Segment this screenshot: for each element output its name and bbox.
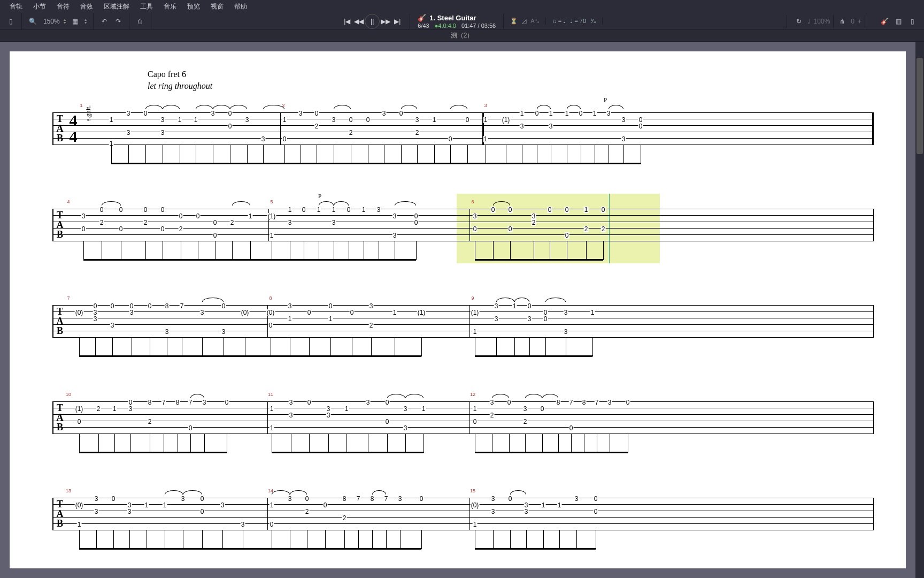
tab-note[interactable]: 0 bbox=[77, 419, 82, 425]
tab-note[interactable]: 3 bbox=[473, 213, 478, 219]
tab-note[interactable]: 0 bbox=[385, 399, 390, 406]
tab-note[interactable]: 1 bbox=[473, 406, 478, 412]
tab-note[interactable]: 2 bbox=[99, 219, 104, 226]
tab-note[interactable]: 8 bbox=[148, 399, 152, 406]
tab-note[interactable]: 0 bbox=[548, 207, 552, 213]
tab-note[interactable]: 8 bbox=[370, 496, 375, 502]
tab-note[interactable]: 3 bbox=[288, 219, 292, 226]
tab-note[interactable]: 0 bbox=[111, 496, 116, 502]
tab-note[interactable]: 1 bbox=[270, 425, 274, 431]
tab-note[interactable]: 0 bbox=[491, 207, 496, 213]
tab-note[interactable]: 2 bbox=[148, 419, 152, 425]
tab-note[interactable]: 0 bbox=[349, 117, 353, 123]
loop-button[interactable]: ↻ bbox=[794, 16, 804, 27]
tab-note[interactable]: 3 bbox=[494, 316, 499, 322]
tab-note[interactable]: 3 bbox=[523, 406, 528, 412]
menu-notes[interactable]: 音符 bbox=[51, 2, 75, 11]
tab-note[interactable]: 3 bbox=[491, 508, 496, 515]
tab-note[interactable]: 1 bbox=[473, 521, 478, 528]
menu-bars[interactable]: 小节 bbox=[28, 2, 51, 11]
tab-note[interactable]: 3 bbox=[200, 309, 205, 316]
tab-note[interactable]: 8 bbox=[556, 399, 561, 406]
tab-note[interactable]: 0 bbox=[148, 303, 152, 309]
tab-note[interactable]: 1 bbox=[557, 502, 562, 508]
tab-note[interactable]: 1 bbox=[317, 207, 321, 213]
tab-note[interactable]: 1 bbox=[590, 309, 595, 316]
tab-note[interactable]: 7 bbox=[569, 399, 574, 406]
tab-note[interactable]: 1 bbox=[344, 406, 349, 412]
tab-note[interactable]: 3 bbox=[220, 502, 225, 508]
tab-note[interactable]: (0) bbox=[75, 502, 84, 508]
track-info[interactable]: 🎸 1. Steel Guitar 6/43 ●4.0:4.0 01:47 / … bbox=[410, 14, 504, 29]
tab-note[interactable]: 0 bbox=[507, 399, 512, 406]
tab-note[interactable]: 1 bbox=[270, 502, 274, 508]
tab-note[interactable]: 0 bbox=[307, 399, 312, 406]
scrollbar-thumb[interactable] bbox=[917, 58, 923, 154]
tab-note[interactable]: 2 bbox=[143, 219, 148, 226]
tab-note[interactable]: 3 bbox=[288, 303, 292, 309]
tab-note[interactable]: 0 bbox=[399, 110, 404, 117]
tab-note[interactable]: 1 bbox=[549, 110, 553, 117]
tab-note[interactable]: 0 bbox=[543, 316, 548, 322]
tab-note[interactable]: 3 bbox=[491, 496, 496, 502]
tab-note[interactable]: 1 bbox=[432, 117, 437, 123]
tab-note[interactable]: 0 bbox=[419, 496, 424, 502]
menu-preview[interactable]: 预览 bbox=[182, 2, 205, 11]
tab-note[interactable]: 1 bbox=[77, 521, 82, 528]
tab-note[interactable]: 1 bbox=[282, 117, 287, 123]
go-end-button[interactable]: ▶| bbox=[391, 16, 403, 27]
tab-note[interactable]: 3 bbox=[369, 303, 374, 309]
tab-note[interactable]: 0 bbox=[473, 419, 478, 425]
tab-note[interactable]: 0 bbox=[638, 123, 643, 130]
tab-note[interactable]: 0 bbox=[314, 110, 319, 117]
tab-note[interactable]: 1 bbox=[520, 110, 525, 117]
redo-button[interactable]: ↷ bbox=[113, 16, 124, 27]
tab-note[interactable]: 8 bbox=[582, 399, 587, 406]
tab-note[interactable]: 0 bbox=[465, 117, 470, 123]
tab-note[interactable]: 1 bbox=[512, 303, 517, 309]
tab-note[interactable]: 3 bbox=[403, 425, 408, 431]
tab-note[interactable]: 3 bbox=[211, 110, 215, 117]
tab-note[interactable]: 1 bbox=[112, 406, 117, 412]
tab-note[interactable]: 0 bbox=[200, 496, 205, 502]
staff-row[interactable]: TAB44123P1133033113003310302302030321001… bbox=[52, 112, 874, 144]
menu-tracks[interactable]: 音轨 bbox=[4, 2, 28, 11]
tab-note[interactable]: 7 bbox=[384, 496, 389, 502]
tab-note[interactable]: 0 bbox=[81, 226, 86, 232]
tab-note[interactable]: 1 bbox=[248, 213, 253, 219]
tab-note[interactable]: 0 bbox=[160, 207, 165, 213]
tab-note[interactable]: 0 bbox=[305, 496, 310, 502]
tab-note[interactable]: 3 bbox=[160, 117, 165, 123]
staff-row[interactable]: TAB131415(0)13303311300331030208278730(0… bbox=[52, 498, 874, 530]
tab-note[interactable]: (1) bbox=[471, 309, 480, 316]
tab-note[interactable]: 0 bbox=[601, 207, 606, 213]
tab-note[interactable]: 1 bbox=[288, 207, 292, 213]
tab-note[interactable]: 1 bbox=[483, 136, 488, 142]
tab-note[interactable]: 3 bbox=[564, 309, 568, 316]
tab-note[interactable]: 0 bbox=[307, 309, 312, 316]
tab-note[interactable]: 0 bbox=[594, 508, 598, 515]
tab-note[interactable]: 3 bbox=[221, 329, 226, 335]
timesig-icon[interactable]: A⁴₄ bbox=[530, 18, 538, 25]
tab-note[interactable]: 0 bbox=[540, 406, 545, 412]
tab-note[interactable]: 3 bbox=[94, 496, 99, 502]
zoom-spinner[interactable]: ▲▼ bbox=[63, 18, 67, 25]
tab-note[interactable]: 0 bbox=[302, 207, 306, 213]
tab-note[interactable]: 3 bbox=[129, 309, 134, 316]
undo-button[interactable]: ↶ bbox=[99, 16, 110, 27]
tab-note[interactable]: 1 bbox=[270, 232, 274, 239]
tab-note[interactable]: (1) bbox=[267, 213, 276, 219]
tab-note[interactable]: 0 bbox=[282, 136, 287, 142]
staff-row[interactable]: TAB789(0)03303030837303(0)(0)03210001032… bbox=[52, 305, 874, 337]
tab-note[interactable]: 0 bbox=[213, 232, 218, 239]
tab-note[interactable]: 3 bbox=[128, 406, 133, 412]
tab-note[interactable]: 0 bbox=[565, 207, 569, 213]
forward-button[interactable]: ▶▶ bbox=[380, 16, 391, 27]
sidebar-toggle-icon[interactable]: ▯ bbox=[5, 16, 16, 27]
piano-icon[interactable]: ▥ bbox=[893, 16, 904, 27]
tab-note[interactable]: 1 bbox=[473, 329, 478, 335]
tab-note[interactable]: 0 bbox=[328, 303, 333, 309]
tab-note[interactable]: 2 bbox=[415, 130, 420, 136]
menu-tools[interactable]: 工具 bbox=[135, 2, 158, 11]
tab-note[interactable]: 2 bbox=[523, 419, 528, 425]
